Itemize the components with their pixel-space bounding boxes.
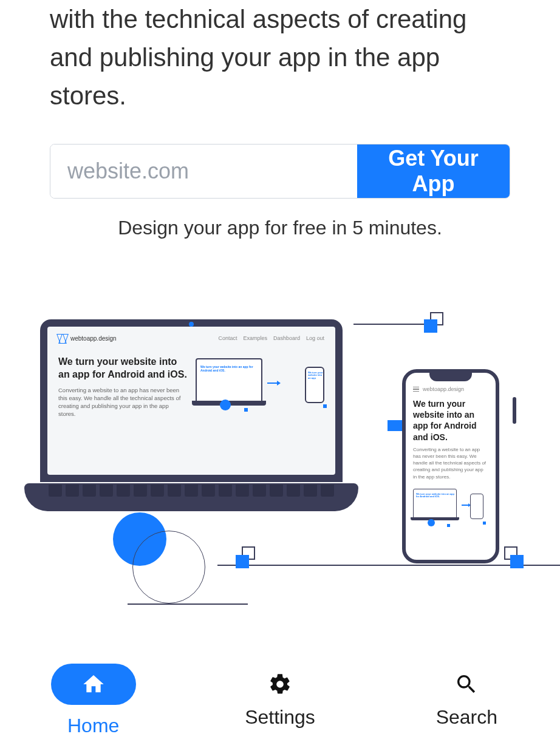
illus-brand: webtoapp.design <box>70 335 117 342</box>
bottom-nav: Home Settings Search <box>0 652 560 748</box>
phone-headline: We turn your website into an app for And… <box>413 398 488 443</box>
illus-nav-link: Examples <box>243 335 267 341</box>
illus-headline: We turn your website into an app for And… <box>58 356 187 381</box>
gear-icon <box>268 672 292 696</box>
mini-arrow-icon <box>267 382 278 384</box>
phone-body: Converting a website to an app has never… <box>413 446 488 480</box>
ph-mini-laptop-text: We turn your website into an app for And… <box>416 493 456 498</box>
phone-brand: webtoapp.design <box>423 386 464 392</box>
decoration-circle-ring <box>132 531 205 604</box>
get-app-button[interactable]: Get Your App <box>357 144 510 198</box>
illus-nav-link: Dashboard <box>273 335 300 341</box>
decoration-square-fill <box>236 555 249 568</box>
nav-search-label: Search <box>436 706 497 729</box>
mini-phone-text: We turn your website into an app <box>308 372 323 379</box>
nav-search[interactable]: Search <box>374 652 560 748</box>
mini-laptop-text: We turn your website into an app for And… <box>200 365 261 372</box>
brand-logo-icon <box>58 334 67 342</box>
hero-illustration: webtoapp.design Contact Examples Dashboa… <box>50 312 510 628</box>
decoration-square-fill <box>510 555 524 568</box>
website-input[interactable] <box>50 144 357 198</box>
cta-note: Design your app for free in 5 minutes. <box>50 217 510 239</box>
phone-illustration: webtoapp.design We turn your website int… <box>402 369 499 563</box>
decoration-square-fill <box>424 319 437 333</box>
ph-mini-arrow-icon <box>462 505 469 506</box>
laptop-illustration: webtoapp.design Contact Examples Dashboa… <box>24 319 358 511</box>
nav-home[interactable]: Home <box>0 652 186 748</box>
illus-body: Converting a website to an app has never… <box>58 386 187 418</box>
illus-nav-link: Contact <box>218 335 237 341</box>
nav-settings[interactable]: Settings <box>186 652 373 748</box>
nav-home-label: Home <box>67 715 119 737</box>
home-icon <box>81 672 106 696</box>
hero-subheading: with the technical aspects of creating a… <box>50 0 510 115</box>
nav-settings-label: Settings <box>245 706 315 729</box>
cta-row: Get Your App <box>50 144 510 199</box>
hamburger-icon <box>413 387 419 392</box>
illus-nav-link: Log out <box>306 335 324 341</box>
search-icon <box>454 672 479 696</box>
